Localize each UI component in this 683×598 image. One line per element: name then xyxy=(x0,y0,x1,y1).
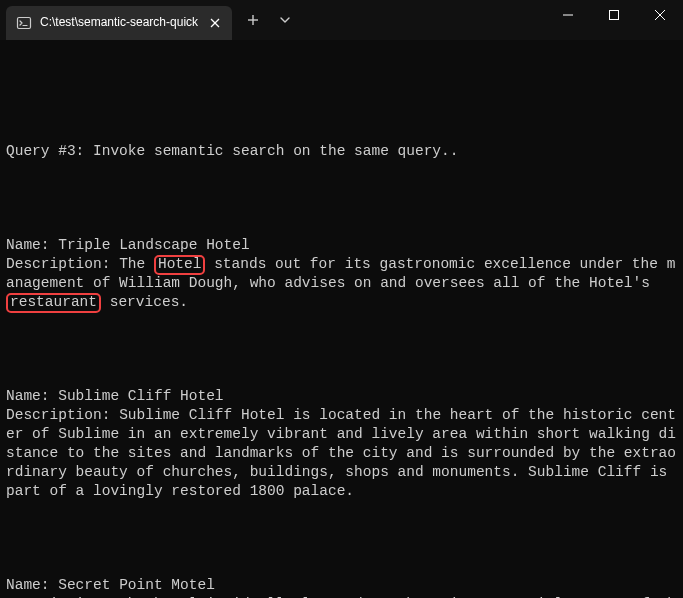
result-item: Name: Secret Point Motel Description: Th… xyxy=(6,576,679,598)
active-tab[interactable]: C:\test\semantic-search-quick xyxy=(6,6,232,40)
name-label: Name: xyxy=(6,577,58,593)
terminal-output: Query #3: Invoke semantic search on the … xyxy=(0,40,683,598)
name-value: Secret Point Motel xyxy=(58,577,215,593)
name-label: Name: xyxy=(6,388,58,404)
result-item: Name: Triple Landscape Hotel Description… xyxy=(6,236,679,312)
maximize-icon xyxy=(609,10,619,20)
query-line: Query #3: Invoke semantic search on the … xyxy=(6,142,679,161)
tab-dropdown-button[interactable] xyxy=(270,5,300,35)
chevron-down-icon xyxy=(280,15,290,25)
tab-area: C:\test\semantic-search-quick xyxy=(0,0,300,40)
tab-controls xyxy=(238,0,300,40)
highlight-hotel: Hotel xyxy=(154,255,206,275)
tab-close-button[interactable] xyxy=(206,14,224,32)
result-item: Name: Sublime Cliff Hotel Description: S… xyxy=(6,387,679,500)
plus-icon xyxy=(247,14,259,26)
svg-rect-0 xyxy=(18,18,31,29)
name-value: Triple Landscape Hotel xyxy=(58,237,249,253)
desc-label: Description: xyxy=(6,256,119,272)
name-label: Name: xyxy=(6,237,58,253)
maximize-button[interactable] xyxy=(591,0,637,30)
name-value: Sublime Cliff Hotel xyxy=(58,388,223,404)
title-bar: C:\test\semantic-search-quick xyxy=(0,0,683,40)
minimize-button[interactable] xyxy=(545,0,591,30)
tab-title: C:\test\semantic-search-quick xyxy=(40,15,198,31)
close-icon xyxy=(655,10,665,20)
terminal-icon xyxy=(16,15,32,31)
desc-label: Description: xyxy=(6,407,119,423)
new-tab-button[interactable] xyxy=(238,5,268,35)
highlight-restaurant: restaurant xyxy=(6,293,101,313)
window-controls xyxy=(545,0,683,30)
minimize-icon xyxy=(563,10,573,20)
svg-rect-7 xyxy=(610,11,619,20)
desc-text: The xyxy=(119,256,154,272)
close-icon xyxy=(210,18,220,28)
desc-text: services. xyxy=(101,294,188,310)
close-window-button[interactable] xyxy=(637,0,683,30)
